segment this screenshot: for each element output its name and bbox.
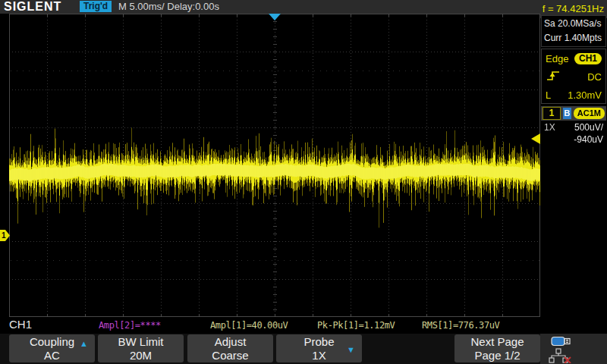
menu-label: Adjust [187,335,273,349]
measurement-pkpk1: Pk-Pk[1]=1.12mV [317,320,395,331]
menu-value: Page 1/2 [454,349,540,362]
menu-value: Coarse [187,349,273,362]
channel-number-badge: 1 [543,107,561,120]
channel-offset: -940uV [574,134,603,145]
sample-rate: Sa 20.0MSa/s [544,17,603,31]
channel1-header: 1 B AC1M [541,106,606,121]
channel-coupling-badge: AC1M [574,108,605,119]
trigger-info-box: Edge CH1 DC L 1.30mV [541,49,606,104]
volts-per-div: 500uV/ [574,122,603,133]
brand-logo: SIGLENT [4,0,61,14]
oscilloscope-screen: SIGLENT Trig'd M 5.00ms/ Delay:0.00s f =… [0,0,607,364]
memory-depth: Curr 1.40Mpts [544,31,603,46]
measurement-rms1: RMS[1]=776.37uV [422,320,499,331]
lan-disconnected-icon [548,348,574,364]
menu-label: BW Limit [98,335,184,349]
menu-value: 20M [98,349,184,362]
menu-button-coupling[interactable]: Coupling AC ▲ [9,334,95,362]
trigger-level-marker [531,133,540,144]
menu-button-bw-limit[interactable]: BW Limit 20M [98,334,184,362]
bandwidth-limit-badge: B [563,108,571,119]
trigger-type: Edge [546,53,568,64]
soft-menu-bar: Coupling AC ▲ BW Limit 20M Adjust Coarse… [0,334,540,364]
trigger-level-value: 1.30mV [568,89,602,101]
menu-value: AC [9,349,95,362]
status-icon-area [540,334,607,364]
trigger-status-badge: Trig'd [80,1,112,12]
probe-attenuation: 1X [544,122,555,133]
acquisition-info-box: Sa 20.0MSa/s Curr 1.40Mpts [541,15,606,47]
down-arrow-icon: ▼ [347,343,355,356]
menu-button-probe[interactable]: Probe 1X ▼ [276,334,362,362]
trigger-position-marker [269,14,281,20]
measurement-ampl2: Ampl[2]=**** [99,320,161,331]
menu-button-adjust[interactable]: Adjust Coarse [187,334,273,362]
trigger-level-label: L [546,89,551,101]
menu-label: Next Page [454,335,540,349]
timebase-readout: M 5.00ms/ Delay:0.00s [118,0,219,14]
trigger-source-badge: CH1 [574,53,602,64]
up-arrow-icon: ▲ [80,337,88,350]
measurement-ampl1: Ampl[1]=40.00uV [210,320,288,331]
waveform-display [9,14,540,317]
rising-edge-icon [546,70,561,83]
top-status-bar: SIGLENT Trig'd M 5.00ms/ Delay:0.00s f =… [0,0,607,14]
trigger-coupling: DC [587,71,602,83]
channel1-info-box: 1 B AC1M 1X 500uV/ -940uV [541,106,606,156]
measurement-channel-label: CH1 [9,318,32,331]
menu-button-next-page[interactable]: Next Page Page 1/2 [454,334,540,362]
